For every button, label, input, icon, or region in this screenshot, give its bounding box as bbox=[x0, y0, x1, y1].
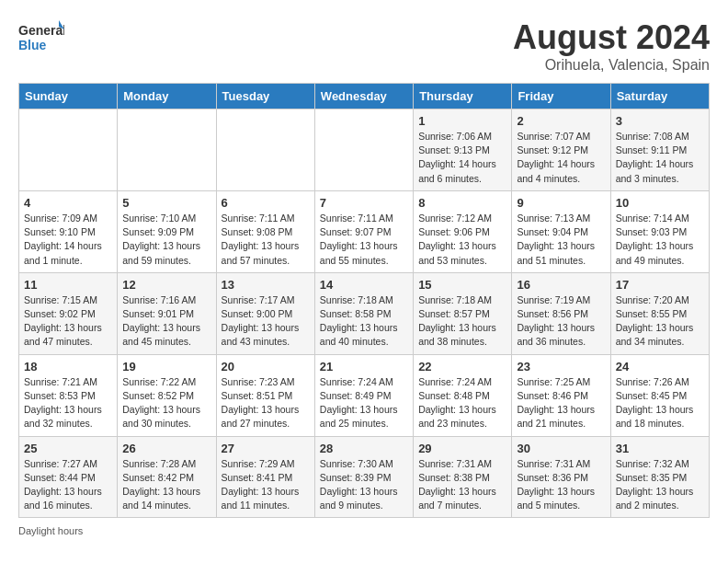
day-info: Sunrise: 7:20 AMSunset: 8:55 PMDaylight:… bbox=[616, 293, 704, 350]
day-info: Sunrise: 7:32 AMSunset: 8:35 PMDaylight:… bbox=[616, 457, 704, 513]
calendar-cell: 17Sunrise: 7:20 AMSunset: 8:55 PMDayligh… bbox=[610, 272, 709, 354]
calendar-cell: 22Sunrise: 7:24 AMSunset: 8:48 PMDayligh… bbox=[414, 354, 512, 436]
day-info: Sunrise: 7:29 AMSunset: 8:41 PMDaylight:… bbox=[222, 457, 310, 513]
calendar-cell: 7Sunrise: 7:11 AMSunset: 9:07 PMDaylight… bbox=[314, 190, 413, 272]
day-info: Sunrise: 7:31 AMSunset: 8:36 PMDaylight:… bbox=[517, 457, 605, 513]
calendar-cell bbox=[19, 109, 118, 191]
month-title: August 2024 bbox=[513, 18, 710, 57]
day-number: 6 bbox=[222, 196, 310, 210]
day-number: 1 bbox=[418, 114, 506, 128]
day-number: 26 bbox=[122, 442, 210, 455]
day-number: 16 bbox=[517, 278, 605, 292]
calendar-cell: 15Sunrise: 7:18 AMSunset: 8:57 PMDayligh… bbox=[414, 272, 512, 354]
day-number: 31 bbox=[616, 442, 704, 455]
calendar-cell: 21Sunrise: 7:24 AMSunset: 8:49 PMDayligh… bbox=[314, 354, 413, 436]
calendar-cell: 30Sunrise: 7:31 AMSunset: 8:36 PMDayligh… bbox=[512, 436, 610, 518]
calendar-cell: 14Sunrise: 7:18 AMSunset: 8:58 PMDayligh… bbox=[314, 272, 413, 354]
day-number: 10 bbox=[616, 196, 704, 210]
calendar-week-row: 1Sunrise: 7:06 AMSunset: 9:13 PMDaylight… bbox=[19, 109, 710, 191]
day-number: 11 bbox=[24, 278, 112, 292]
calendar-cell bbox=[118, 109, 216, 191]
calendar-cell: 10Sunrise: 7:14 AMSunset: 9:03 PMDayligh… bbox=[610, 190, 709, 272]
calendar-header-row: SundayMondayTuesdayWednesdayThursdayFrid… bbox=[19, 84, 710, 109]
day-number: 18 bbox=[24, 360, 112, 373]
day-info: Sunrise: 7:19 AMSunset: 8:56 PMDaylight:… bbox=[517, 293, 605, 350]
svg-text:General: General bbox=[18, 23, 64, 38]
calendar-week-row: 11Sunrise: 7:15 AMSunset: 9:02 PMDayligh… bbox=[19, 272, 710, 354]
day-info: Sunrise: 7:09 AMSunset: 9:10 PMDaylight:… bbox=[24, 212, 112, 268]
day-number: 21 bbox=[320, 360, 408, 373]
day-info: Sunrise: 7:23 AMSunset: 8:51 PMDaylight:… bbox=[222, 375, 310, 431]
calendar-day-header: Monday bbox=[118, 84, 216, 109]
calendar-cell bbox=[216, 109, 314, 191]
calendar-day-header: Wednesday bbox=[314, 84, 413, 109]
day-info: Sunrise: 7:22 AMSunset: 8:52 PMDaylight:… bbox=[122, 375, 210, 431]
calendar-cell: 31Sunrise: 7:32 AMSunset: 8:35 PMDayligh… bbox=[610, 436, 709, 518]
day-number: 30 bbox=[517, 442, 605, 455]
day-number: 23 bbox=[517, 360, 605, 373]
calendar-cell: 6Sunrise: 7:11 AMSunset: 9:08 PMDaylight… bbox=[216, 190, 314, 272]
calendar-cell: 25Sunrise: 7:27 AMSunset: 8:44 PMDayligh… bbox=[19, 436, 118, 518]
calendar-cell: 18Sunrise: 7:21 AMSunset: 8:53 PMDayligh… bbox=[19, 354, 118, 436]
day-number: 28 bbox=[320, 442, 408, 455]
day-info: Sunrise: 7:16 AMSunset: 9:01 PMDaylight:… bbox=[122, 293, 210, 350]
day-info: Sunrise: 7:24 AMSunset: 8:48 PMDaylight:… bbox=[418, 375, 506, 431]
calendar-week-row: 18Sunrise: 7:21 AMSunset: 8:53 PMDayligh… bbox=[19, 354, 710, 436]
day-info: Sunrise: 7:08 AMSunset: 9:11 PMDaylight:… bbox=[616, 130, 704, 186]
logo: General Blue bbox=[18, 18, 64, 55]
calendar-week-row: 25Sunrise: 7:27 AMSunset: 8:44 PMDayligh… bbox=[19, 436, 710, 518]
day-info: Sunrise: 7:25 AMSunset: 8:46 PMDaylight:… bbox=[517, 375, 605, 431]
day-info: Sunrise: 7:27 AMSunset: 8:44 PMDaylight:… bbox=[24, 457, 112, 513]
calendar-day-header: Tuesday bbox=[216, 84, 314, 109]
calendar-cell: 28Sunrise: 7:30 AMSunset: 8:39 PMDayligh… bbox=[314, 436, 413, 518]
day-number: 13 bbox=[222, 278, 310, 292]
day-info: Sunrise: 7:07 AMSunset: 9:12 PMDaylight:… bbox=[517, 130, 605, 186]
day-number: 8 bbox=[418, 196, 506, 210]
day-number: 7 bbox=[320, 196, 408, 210]
day-number: 14 bbox=[320, 278, 408, 292]
day-info: Sunrise: 7:15 AMSunset: 9:02 PMDaylight:… bbox=[24, 293, 112, 350]
svg-text:Blue: Blue bbox=[18, 38, 47, 52]
day-info: Sunrise: 7:11 AMSunset: 9:07 PMDaylight:… bbox=[320, 212, 408, 268]
day-info: Sunrise: 7:30 AMSunset: 8:39 PMDaylight:… bbox=[320, 457, 408, 513]
calendar-cell: 3Sunrise: 7:08 AMSunset: 9:11 PMDaylight… bbox=[610, 109, 709, 191]
day-info: Sunrise: 7:31 AMSunset: 8:38 PMDaylight:… bbox=[418, 457, 506, 513]
day-number: 22 bbox=[418, 360, 506, 373]
day-number: 25 bbox=[24, 442, 112, 455]
day-info: Sunrise: 7:12 AMSunset: 9:06 PMDaylight:… bbox=[418, 212, 506, 268]
calendar-cell: 2Sunrise: 7:07 AMSunset: 9:12 PMDaylight… bbox=[512, 109, 610, 191]
calendar-cell: 12Sunrise: 7:16 AMSunset: 9:01 PMDayligh… bbox=[118, 272, 216, 354]
day-info: Sunrise: 7:13 AMSunset: 9:04 PMDaylight:… bbox=[517, 212, 605, 268]
day-number: 24 bbox=[616, 360, 704, 373]
day-info: Sunrise: 7:28 AMSunset: 8:42 PMDaylight:… bbox=[122, 457, 210, 513]
calendar-cell: 27Sunrise: 7:29 AMSunset: 8:41 PMDayligh… bbox=[216, 436, 314, 518]
day-number: 5 bbox=[122, 196, 210, 210]
day-number: 19 bbox=[122, 360, 210, 373]
day-info: Sunrise: 7:17 AMSunset: 9:00 PMDaylight:… bbox=[222, 293, 310, 350]
day-info: Sunrise: 7:06 AMSunset: 9:13 PMDaylight:… bbox=[418, 130, 506, 186]
day-info: Sunrise: 7:18 AMSunset: 8:58 PMDaylight:… bbox=[320, 293, 408, 350]
page-header: General Blue August 2024 Orihuela, Valen… bbox=[18, 18, 710, 74]
day-info: Sunrise: 7:14 AMSunset: 9:03 PMDaylight:… bbox=[616, 212, 704, 268]
day-info: Sunrise: 7:11 AMSunset: 9:08 PMDaylight:… bbox=[222, 212, 310, 268]
day-info: Sunrise: 7:18 AMSunset: 8:57 PMDaylight:… bbox=[418, 293, 506, 350]
calendar-cell: 19Sunrise: 7:22 AMSunset: 8:52 PMDayligh… bbox=[118, 354, 216, 436]
calendar-cell: 1Sunrise: 7:06 AMSunset: 9:13 PMDaylight… bbox=[414, 109, 512, 191]
day-number: 12 bbox=[122, 278, 210, 292]
calendar-cell: 4Sunrise: 7:09 AMSunset: 9:10 PMDaylight… bbox=[19, 190, 118, 272]
day-number: 2 bbox=[517, 114, 605, 128]
day-number: 9 bbox=[517, 196, 605, 210]
day-number: 3 bbox=[616, 114, 704, 128]
calendar-cell: 11Sunrise: 7:15 AMSunset: 9:02 PMDayligh… bbox=[19, 272, 118, 354]
day-number: 29 bbox=[418, 442, 506, 455]
calendar-cell: 23Sunrise: 7:25 AMSunset: 8:46 PMDayligh… bbox=[512, 354, 610, 436]
day-number: 27 bbox=[222, 442, 310, 455]
day-number: 15 bbox=[418, 278, 506, 292]
day-info: Sunrise: 7:10 AMSunset: 9:09 PMDaylight:… bbox=[122, 212, 210, 268]
calendar-day-header: Saturday bbox=[610, 84, 709, 109]
title-block: August 2024 Orihuela, Valencia, Spain bbox=[513, 18, 710, 74]
calendar-cell: 5Sunrise: 7:10 AMSunset: 9:09 PMDaylight… bbox=[118, 190, 216, 272]
calendar-cell: 8Sunrise: 7:12 AMSunset: 9:06 PMDaylight… bbox=[414, 190, 512, 272]
calendar-day-header: Sunday bbox=[19, 84, 118, 109]
logo-svg: General Blue bbox=[18, 18, 64, 55]
